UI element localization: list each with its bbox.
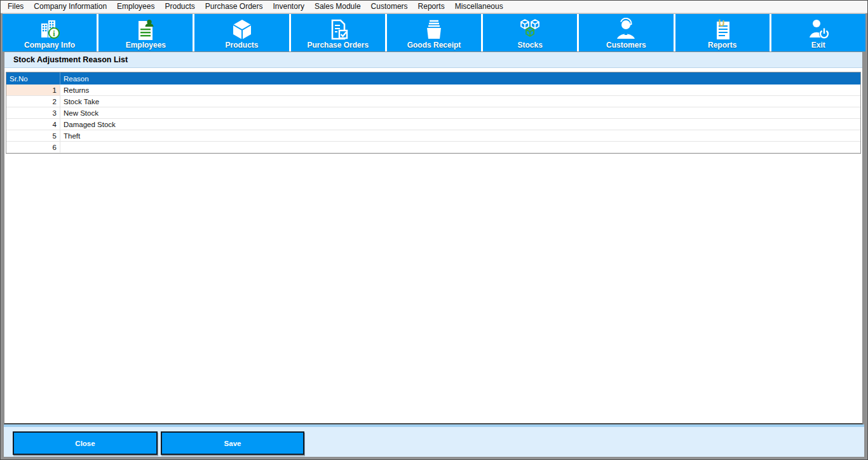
exit-icon xyxy=(807,15,830,41)
toolbar-button-label: Exit xyxy=(811,41,825,50)
toolbar-button-stocks[interactable]: Stocks xyxy=(483,14,577,51)
table-row[interactable]: 5 Theft xyxy=(6,130,860,142)
toolbar-button-label: Employees xyxy=(126,41,166,50)
employees-icon xyxy=(134,15,157,41)
toolbar-button-reports[interactable]: Reports xyxy=(675,14,770,51)
column-header-srno[interactable]: Sr.No xyxy=(6,72,60,85)
toolbar-button-exit[interactable]: Exit xyxy=(771,14,865,51)
reports-icon xyxy=(711,15,734,41)
page-title: Stock Adjustment Reason List xyxy=(13,55,128,64)
srno-cell[interactable]: 6 xyxy=(6,142,60,153)
toolbar-button-label: Reports xyxy=(708,41,736,50)
menu-item-purchase-orders[interactable]: Purchase Orders xyxy=(200,1,268,13)
table-row[interactable]: 3 New Stock xyxy=(6,107,860,119)
table-row[interactable]: 2 Stock Take xyxy=(6,96,860,107)
menu-item-miscellaneous[interactable]: Miscellaneous xyxy=(450,1,508,13)
toolbar-button-company-info[interactable]: i Company Info xyxy=(3,14,97,51)
grid-header-row: Sr.No Reason xyxy=(6,72,860,85)
toolbar-button-goods-receipt[interactable]: Goods Receipt xyxy=(387,14,481,51)
menu-item-reports[interactable]: Reports xyxy=(413,1,450,13)
goods-receipt-icon xyxy=(423,15,445,41)
toolbar-button-purchase-orders[interactable]: Purchase Orders xyxy=(291,14,385,51)
reason-cell[interactable]: Damaged Stock xyxy=(60,119,861,130)
reason-grid: Sr.No Reason 1 Returns 2 Stock Take 3 xyxy=(6,72,861,154)
column-header-reason[interactable]: Reason xyxy=(60,72,861,85)
toolbar-button-label: Products xyxy=(226,41,259,50)
srno-cell[interactable]: 3 xyxy=(6,107,60,119)
toolbar-button-label: Company Info xyxy=(24,41,75,50)
customers-icon xyxy=(614,15,637,41)
toolbar-button-label: Goods Receipt xyxy=(407,41,461,50)
footer-panel: Close Save xyxy=(4,424,864,457)
menu-item-inventory[interactable]: Inventory xyxy=(268,1,309,13)
toolbar-button-employees[interactable]: Employees xyxy=(98,14,193,51)
srno-cell[interactable]: 4 xyxy=(6,119,60,130)
menu-item-sales-module[interactable]: Sales Module xyxy=(309,1,366,13)
toolbar: i Company Info Employees xyxy=(3,13,865,51)
menu-item-customers[interactable]: Customers xyxy=(366,1,413,13)
reason-cell[interactable]: New Stock xyxy=(60,107,861,119)
reason-cell[interactable] xyxy=(60,142,861,153)
main-content-panel: Stock Adjustment Reason List Sr.No Reaso… xyxy=(4,51,863,424)
company-info-icon: i xyxy=(38,15,61,41)
close-button[interactable]: Close xyxy=(13,431,158,455)
menu-bar: Files Company Information Employees Prod… xyxy=(1,1,867,13)
table-row[interactable]: 1 Returns xyxy=(6,85,860,96)
save-button[interactable]: Save xyxy=(161,431,304,455)
toolbar-button-label: Purchase Orders xyxy=(307,41,369,50)
table-row[interactable]: 6 xyxy=(6,142,860,153)
reason-cell[interactable]: Stock Take xyxy=(60,96,861,107)
stocks-icon xyxy=(519,15,541,41)
products-icon xyxy=(231,15,254,41)
toolbar-button-label: Customers xyxy=(606,41,646,50)
toolbar-button-customers[interactable]: Customers xyxy=(579,14,673,51)
srno-cell[interactable]: 5 xyxy=(6,130,60,142)
purchase-orders-icon xyxy=(327,15,349,41)
reason-cell[interactable]: Theft xyxy=(60,130,861,142)
toolbar-button-products[interactable]: Products xyxy=(194,14,288,51)
menu-item-products[interactable]: Products xyxy=(159,1,200,13)
srno-cell[interactable]: 2 xyxy=(6,96,60,107)
menu-item-company-information[interactable]: Company Information xyxy=(29,1,112,13)
srno-cell[interactable]: 1 xyxy=(6,85,60,96)
table-row[interactable]: 4 Damaged Stock xyxy=(6,119,860,130)
page-title-bar: Stock Adjustment Reason List xyxy=(4,52,862,68)
reason-cell[interactable]: Returns xyxy=(60,85,861,96)
app-window: Files Company Information Employees Prod… xyxy=(0,0,868,460)
toolbar-button-label: Stocks xyxy=(518,41,543,50)
menu-item-files[interactable]: Files xyxy=(3,1,29,13)
menu-item-employees[interactable]: Employees xyxy=(112,1,159,13)
